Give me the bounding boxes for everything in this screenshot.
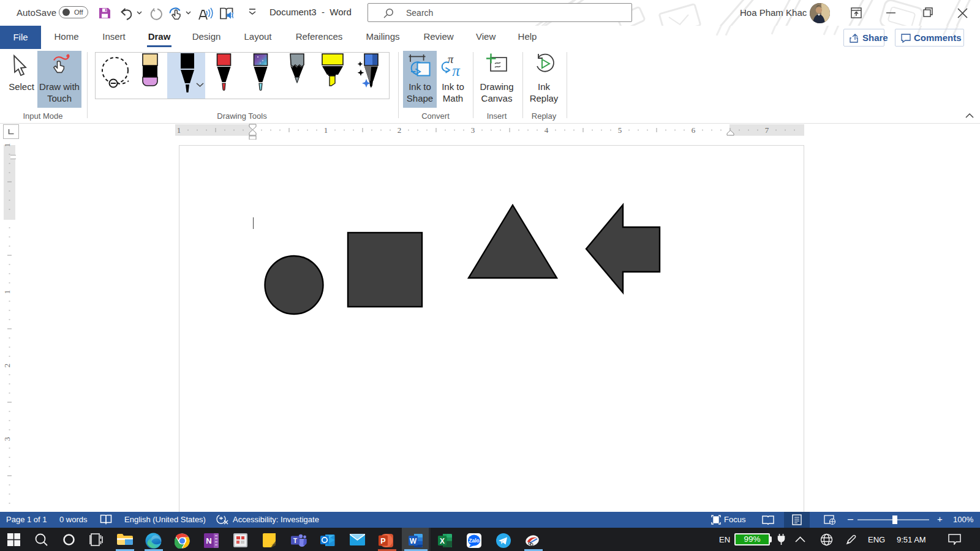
svg-text:7: 7 (765, 126, 769, 135)
svg-text:W: W (410, 537, 417, 545)
svg-text:X: X (440, 537, 445, 545)
svg-text:Zalo: Zalo (469, 538, 479, 544)
svg-text:2: 2 (398, 126, 402, 135)
svg-text:3: 3 (471, 126, 475, 135)
svg-text:1: 1 (4, 290, 12, 294)
svg-text:6: 6 (692, 126, 696, 135)
svg-text:4: 4 (545, 126, 549, 135)
svg-text:1: 1 (4, 143, 12, 148)
svg-text:2: 2 (4, 364, 12, 368)
svg-text:T: T (293, 537, 298, 544)
svg-text:P: P (380, 537, 385, 545)
svg-text:N: N (206, 536, 211, 545)
svg-text:1: 1 (324, 126, 328, 135)
svg-text:3: 3 (4, 437, 12, 441)
svg-text:5: 5 (618, 126, 622, 135)
svg-text:1: 1 (177, 126, 181, 135)
svg-text:π: π (452, 62, 461, 78)
